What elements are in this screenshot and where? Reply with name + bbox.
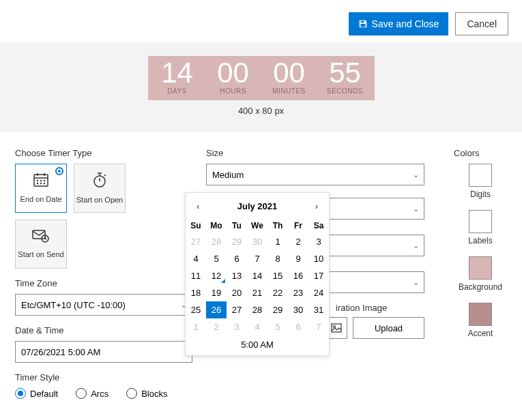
datepicker-day[interactable]: 26 [206,301,227,318]
datepicker-dow: We [247,218,267,233]
datepicker-time[interactable]: 5:00 AM [186,335,329,350]
datepicker-day[interactable]: 7 [308,318,329,335]
envelope-clock-icon [32,229,50,247]
datepicker-day[interactable]: 6 [288,318,308,335]
datepicker-day[interactable]: 25 [186,301,206,318]
background-color-swatch[interactable] [469,256,492,280]
timer-seconds: 55 SECONDS [317,57,373,99]
timer-days-value: 14 [149,59,205,87]
datepicker-day[interactable]: 15 [267,267,288,284]
digits-color-swatch[interactable] [469,164,492,187]
accent-label: Accent [454,329,507,338]
datepicker-day[interactable]: 16 [288,267,308,284]
tile-start-on-open[interactable]: Start on Open [74,164,126,213]
datepicker-day[interactable]: 27 [227,301,247,318]
svg-point-6 [44,181,45,181]
style-default-radio[interactable]: Default [15,388,58,399]
datetime-input[interactable] [15,341,192,363]
radio-icon [126,388,137,399]
datepicker-day[interactable]: 6 [227,250,247,267]
datepicker-day[interactable]: 2 [288,233,308,250]
datepicker-day[interactable]: 30 [247,233,267,250]
datepicker-dow: Th [267,218,288,233]
timer-minutes: 00 MINUTES [261,57,317,99]
tile-end-on-date[interactable]: End on Date [15,164,67,213]
datepicker-day[interactable]: 28 [247,301,267,318]
datepicker-dow: Mo [206,218,227,233]
style-blocks-radio[interactable]: Blocks [126,388,167,399]
style-arcs-radio[interactable]: Arcs [76,388,108,399]
timer-hours-value: 00 [205,59,261,87]
choose-timer-type-label: Choose Timer Type [15,148,192,158]
save-label: Save and Close [372,18,439,29]
save-and-close-button[interactable]: Save and Close [349,12,449,35]
datepicker-day[interactable]: 14 [247,267,267,284]
timer-seconds-label: SECONDS [317,87,373,95]
radio-icon [76,388,87,399]
datepicker-day[interactable]: 21 [247,284,267,301]
datepicker-day[interactable]: 22 [267,284,288,301]
timer-style-label: Timer Style [15,372,192,382]
preview-dimensions: 400 x 80 px [0,106,522,116]
svg-line-14 [104,175,106,176]
datepicker-day[interactable]: 28 [206,233,227,250]
datepicker-dow: Tu [227,218,247,233]
radio-label: Arcs [91,389,108,399]
datepicker-day[interactable]: 27 [186,233,206,250]
datepicker-day[interactable]: 12 [206,267,227,284]
datepicker-day[interactable]: 1 [267,233,288,250]
datepicker-day[interactable]: 30 [288,301,308,318]
datepicker-day[interactable]: 4 [186,250,206,267]
datepicker-day[interactable]: 2 [206,318,227,335]
datepicker-day[interactable]: 7 [247,250,267,267]
labels-color-swatch[interactable] [469,210,492,233]
datepicker-day[interactable]: 18 [186,284,206,301]
datepicker-day[interactable]: 17 [308,267,329,284]
datepicker-day[interactable]: 29 [227,233,247,250]
datepicker-day[interactable]: 3 [227,318,247,335]
timer-minutes-value: 00 [261,59,317,87]
datepicker-day[interactable]: 29 [267,301,288,318]
accent-color-swatch[interactable] [469,303,492,326]
datepicker-day[interactable]: 1 [186,318,206,335]
datepicker-day[interactable]: 31 [308,301,329,318]
timezone-select[interactable] [15,294,192,316]
datepicker-day[interactable]: 3 [308,233,329,250]
datepicker-next-button[interactable]: › [311,200,322,213]
digits-label: Digits [454,190,507,199]
datepicker-day[interactable]: 8 [267,250,288,267]
size-select[interactable] [206,164,424,185]
save-icon [358,19,368,29]
tile-label: Start on Send [18,250,63,259]
datepicker-day[interactable]: 5 [267,318,288,335]
radio-label: Default [30,389,58,399]
timer-preview: 14 DAYS 00 HOURS 00 MINUTES 55 SECONDS [148,56,375,100]
size-label: Size [206,148,440,158]
datepicker-popup: ‹ July 2021 › SuMoTuWeThFrSa272829301234… [185,192,330,356]
datepicker-dow: Sa [308,218,329,233]
datepicker-day[interactable]: 5 [206,250,227,267]
datetime-label: Date & Time [15,325,192,335]
datepicker-title: July 2021 [237,201,278,211]
datepicker-day[interactable]: 23 [288,284,308,301]
datepicker-day[interactable]: 19 [206,284,227,301]
svg-point-5 [41,181,42,181]
datepicker-day[interactable]: 24 [308,284,329,301]
svg-point-4 [38,181,38,181]
svg-rect-15 [33,230,45,239]
datepicker-day[interactable]: 9 [288,250,308,267]
datepicker-day[interactable]: 11 [186,267,206,284]
timer-preview-area: 14 DAYS 00 HOURS 00 MINUTES 55 SECONDS 4… [0,42,522,133]
radio-label: Blocks [141,389,167,399]
datepicker-day[interactable]: 20 [227,284,247,301]
tile-start-on-send[interactable]: Start on Send [15,220,67,269]
upload-button[interactable]: Upload [353,317,424,339]
tile-label: Start on Open [76,196,124,205]
datepicker-prev-button[interactable]: ‹ [192,200,203,213]
datepicker-day[interactable]: 4 [247,318,267,335]
background-label: Background [454,282,507,292]
datepicker-day[interactable]: 10 [308,250,329,267]
datepicker-day[interactable]: 13 [227,267,247,284]
svg-line-18 [45,239,46,239]
cancel-button[interactable]: Cancel [455,12,508,35]
